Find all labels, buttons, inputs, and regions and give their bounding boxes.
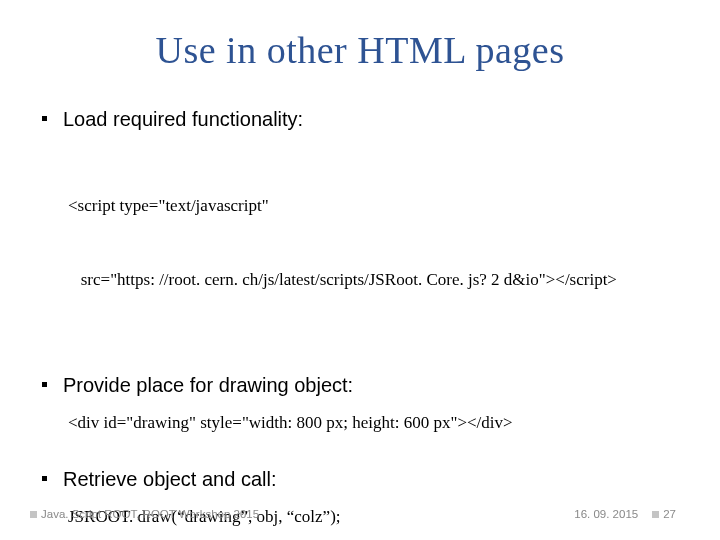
page-title: Use in other HTML pages — [48, 28, 672, 72]
footer: Java. Script ROOT, ROOT Workshop 2015 16… — [0, 508, 720, 520]
list-item: Load required functionality: — [42, 106, 672, 133]
bullet-text: Provide place for drawing object: — [63, 372, 353, 399]
footer-source-text: Java. Script ROOT, ROOT Workshop 2015 — [41, 508, 259, 520]
slide: Use in other HTML pages Load required fu… — [0, 0, 720, 540]
square-icon — [30, 511, 37, 518]
code-snippet: <div id="drawing" style="width: 800 px; … — [68, 411, 672, 436]
footer-left: Java. Script ROOT, ROOT Workshop 2015 — [30, 508, 259, 520]
bullet-icon — [42, 476, 47, 481]
footer-page-number: 27 — [663, 508, 676, 520]
footer-source: Java. Script ROOT, ROOT Workshop 2015 — [30, 508, 259, 520]
code-snippet: <script type="text/javascript" src="http… — [68, 145, 672, 342]
footer-page: 27 — [652, 508, 676, 520]
footer-date: 16. 09. 2015 — [574, 508, 638, 520]
code-line: <script type="text/javascript" — [68, 194, 672, 219]
square-icon — [652, 511, 659, 518]
list-item: Provide place for drawing object: — [42, 372, 672, 399]
section-load: Load required functionality: <script typ… — [48, 106, 672, 342]
bullet-text: Retrieve object and call: — [63, 466, 276, 493]
code-line: src="https: //root. cern. ch/js/latest/s… — [68, 268, 672, 293]
footer-right: 16. 09. 2015 27 — [574, 508, 676, 520]
bullet-icon — [42, 382, 47, 387]
bullet-icon — [42, 116, 47, 121]
list-item: Retrieve object and call: — [42, 466, 672, 493]
bullet-text: Load required functionality: — [63, 106, 303, 133]
section-provide: Provide place for drawing object: <div i… — [48, 372, 672, 436]
